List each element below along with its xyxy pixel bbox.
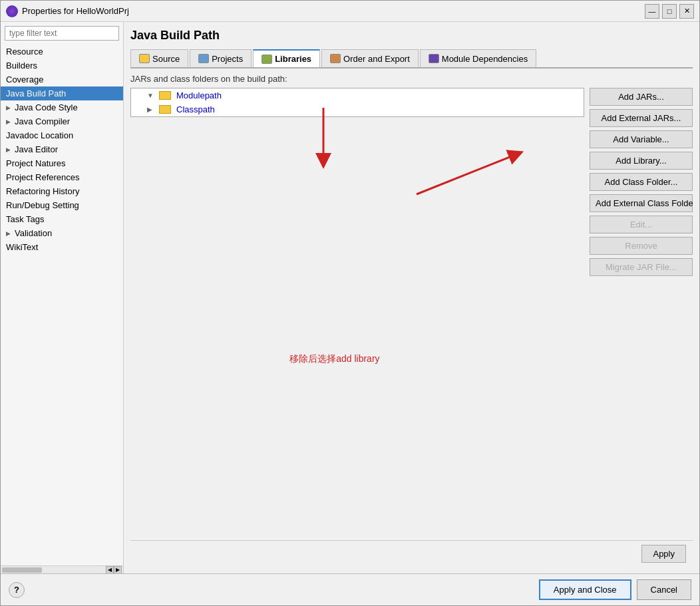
sidebar-item-project-natures[interactable]: Project Natures [1, 156, 123, 170]
projects-icon [198, 54, 209, 63]
sidebar-item-run-debug-setting[interactable]: Run/Debug Setting [1, 198, 123, 212]
content-area: ▼Modulepath▶Classpath [130, 88, 693, 540]
minimize-button[interactable]: — [645, 4, 659, 19]
tab-label-projects: Projects [212, 54, 243, 64]
main-window: Properties for HelloWorldPrj — □ ✕ Resou… [0, 0, 700, 606]
sidebar-item-validation[interactable]: Validation [1, 226, 123, 240]
sidebar-item-resource[interactable]: Resource [1, 45, 123, 59]
sidebar-item-wikitext[interactable]: WikiText [1, 240, 123, 254]
footer-right: Apply and Close Cancel [539, 579, 691, 600]
footer-bar: ? Apply and Close Cancel [1, 573, 699, 605]
close-button[interactable]: ✕ [679, 4, 694, 19]
tab-source[interactable]: Source [130, 49, 188, 67]
tab-order-export[interactable]: Order and Export [321, 49, 419, 67]
maximize-button[interactable]: □ [662, 4, 677, 19]
right-buttons: Add JARs...Add External JARs...Add Varia… [590, 88, 693, 540]
order-icon [330, 54, 341, 63]
libraries-icon [262, 55, 272, 64]
annotation-text: 移除后选择add library [289, 353, 379, 365]
tree-item-classpath[interactable]: ▶Classpath [131, 102, 584, 116]
window-title: Properties for HelloWorldPrj [22, 6, 645, 16]
add-variable-button[interactable]: Add Variable... [590, 130, 693, 148]
scroll-right-arrow[interactable]: ▶ [114, 566, 122, 574]
app-icon [6, 5, 18, 17]
tab-projects[interactable]: Projects [190, 49, 252, 67]
add-class-folder-button[interactable]: Add Class Folder... [590, 173, 693, 191]
module-icon [429, 54, 439, 63]
left-content: ▼Modulepath▶Classpath [130, 88, 584, 540]
tree-expand-modulepath: ▼ [147, 92, 154, 99]
svg-line-2 [417, 154, 516, 194]
sidebar-item-javadoc-location[interactable]: Javadoc Location [1, 128, 123, 142]
tree-icon-modulepath [159, 91, 171, 100]
scroll-thumb[interactable] [2, 567, 42, 573]
help-button[interactable]: ? [9, 582, 25, 598]
sidebar-item-builders[interactable]: Builders [1, 59, 123, 73]
window-controls: — □ ✕ [645, 4, 694, 19]
tree-annotation-wrapper: ▼Modulepath▶Classpath [130, 88, 584, 540]
edit-button: Edit... [590, 216, 693, 233]
tree-icon-classpath [159, 105, 171, 114]
tab-label-libraries: Libraries [275, 54, 311, 64]
sidebar-item-java-editor[interactable]: Java Editor [1, 142, 123, 156]
tree-label-classpath: Classpath [176, 104, 215, 114]
tab-module-dependencies[interactable]: Module Dependencies [420, 49, 536, 67]
right-panel: Java Build Path SourceProjectsLibrariesO… [124, 22, 699, 573]
scroll-arrows: ◀ ▶ [106, 566, 122, 574]
sidebar-item-task-tags[interactable]: Task Tags [1, 212, 123, 226]
tab-libraries[interactable]: Libraries [253, 49, 320, 67]
tab-label-module-dependencies: Module Dependencies [442, 54, 528, 64]
sidebar-list: ResourceBuildersCoverageJava Build PathJ… [1, 45, 123, 565]
sidebar-item-java-build-path[interactable]: Java Build Path [1, 86, 123, 100]
tree-label-modulepath: Modulepath [176, 90, 222, 100]
sidebar: ResourceBuildersCoverageJava Build PathJ… [1, 22, 124, 573]
apply-close-button[interactable]: Apply and Close [539, 579, 631, 600]
tree-expand-classpath: ▶ [147, 106, 154, 113]
panel-title: Java Build Path [130, 29, 693, 43]
add-external-class-folder-button[interactable]: Add External Class Folder... [590, 194, 693, 212]
remove-button: Remove [590, 237, 693, 255]
main-content: ResourceBuildersCoverageJava Build PathJ… [1, 22, 699, 573]
tree-item-modulepath[interactable]: ▼Modulepath [131, 88, 584, 102]
tabs-bar: SourceProjectsLibrariesOrder and ExportM… [130, 49, 693, 69]
cancel-button[interactable]: Cancel [637, 579, 691, 600]
add-library-button[interactable]: Add Library... [590, 152, 693, 170]
tab-label-order-export: Order and Export [343, 54, 410, 64]
sidebar-item-coverage[interactable]: Coverage [1, 73, 123, 86]
title-bar: Properties for HelloWorldPrj — □ ✕ [1, 1, 699, 22]
sidebar-item-java-code-style[interactable]: Java Code Style [1, 100, 123, 114]
sidebar-item-refactoring-history[interactable]: Refactoring History [1, 184, 123, 198]
build-path-description: JARs and class folders on the build path… [130, 74, 693, 84]
tab-label-source: Source [152, 54, 180, 64]
add-external-jars-button[interactable]: Add External JARs... [590, 109, 693, 127]
scroll-left-arrow[interactable]: ◀ [106, 566, 114, 574]
migrate-jar-button: Migrate JAR File... [590, 258, 693, 276]
apply-button[interactable]: Apply [641, 545, 686, 563]
sidebar-item-java-compiler[interactable]: Java Compiler [1, 114, 123, 128]
tree-container: ▼Modulepath▶Classpath [130, 88, 584, 117]
add-jars-button[interactable]: Add JARs... [590, 88, 693, 106]
bottom-bar: Apply [130, 540, 693, 567]
source-icon [139, 54, 150, 63]
sidebar-scrollbar: ◀ ▶ [1, 565, 123, 573]
filter-input[interactable] [5, 26, 119, 41]
sidebar-item-project-references[interactable]: Project References [1, 170, 123, 184]
annotation-arrows [130, 88, 584, 540]
